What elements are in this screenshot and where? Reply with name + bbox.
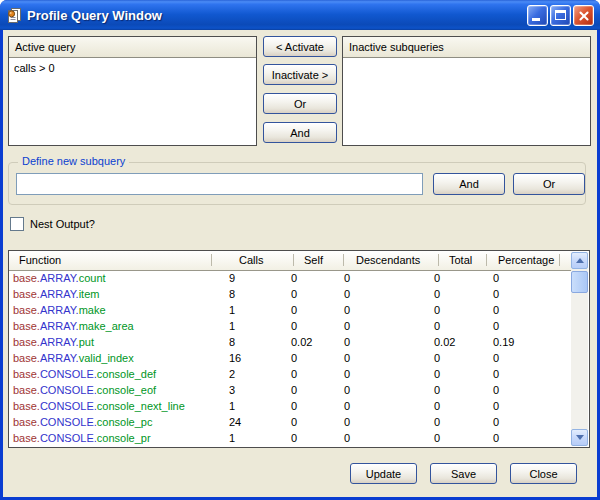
column-header-percentage[interactable]: Percentage bbox=[498, 254, 554, 266]
or-transfer-button[interactable]: Or bbox=[263, 93, 337, 114]
active-query-header: Active query bbox=[9, 37, 256, 58]
cell-percentage: 0 bbox=[493, 272, 499, 284]
cell-self: 0 bbox=[291, 320, 297, 332]
cell-descendants: 0 bbox=[344, 272, 350, 284]
column-header-calls[interactable]: Calls bbox=[239, 254, 263, 266]
cell-function: base.ARRAY.count bbox=[13, 272, 106, 284]
table-row[interactable]: base.ARRAY.count90000 bbox=[9, 271, 572, 287]
inactive-subqueries-list[interactable] bbox=[343, 59, 590, 145]
cell-function: base.ARRAY.put bbox=[13, 336, 94, 348]
close-button[interactable] bbox=[573, 5, 594, 26]
cell-function: base.ARRAY.valid_index bbox=[13, 352, 134, 364]
window-controls bbox=[527, 5, 594, 26]
cell-descendants: 0 bbox=[344, 416, 350, 428]
cell-total: 0.02 bbox=[434, 336, 455, 348]
cell-percentage: 0 bbox=[493, 352, 499, 364]
cell-calls: 8 bbox=[229, 288, 235, 300]
cell-total: 0 bbox=[434, 432, 440, 444]
cell-calls: 8 bbox=[229, 336, 235, 348]
save-button[interactable]: Save bbox=[430, 463, 497, 484]
inactivate-button[interactable]: Inactivate > bbox=[263, 64, 337, 85]
nest-output-checkbox[interactable] bbox=[10, 217, 24, 231]
cell-self: 0 bbox=[291, 400, 297, 412]
activate-button[interactable]: < Activate bbox=[263, 36, 337, 57]
table-row[interactable]: base.CONSOLE.console_pr10000 bbox=[9, 431, 572, 447]
cell-calls: 1 bbox=[229, 320, 235, 332]
cell-total: 0 bbox=[434, 384, 440, 396]
maximize-button[interactable] bbox=[550, 5, 571, 26]
column-divider bbox=[559, 254, 560, 266]
update-button[interactable]: Update bbox=[350, 463, 417, 484]
cell-self: 0 bbox=[291, 272, 297, 284]
column-header-total[interactable]: Total bbox=[449, 254, 472, 266]
cell-percentage: 0 bbox=[493, 320, 499, 332]
cell-self: 0 bbox=[291, 416, 297, 428]
scroll-down-button[interactable] bbox=[571, 429, 588, 446]
cell-descendants: 0 bbox=[344, 368, 350, 380]
cell-percentage: 0 bbox=[493, 400, 499, 412]
cell-total: 0 bbox=[434, 352, 440, 364]
table-row[interactable]: base.ARRAY.make_area10000 bbox=[9, 319, 572, 335]
document-with-orange-ball-icon[interactable] bbox=[6, 7, 22, 23]
arrow-up-icon bbox=[576, 258, 584, 263]
and-transfer-button[interactable]: And bbox=[263, 122, 337, 143]
or-button[interactable]: Or bbox=[513, 173, 585, 195]
table-row[interactable]: base.CONSOLE.console_eof30000 bbox=[9, 383, 572, 399]
column-header-function[interactable]: Function bbox=[19, 254, 61, 266]
close-dialog-button[interactable]: Close bbox=[510, 463, 577, 484]
cell-percentage: 0 bbox=[493, 432, 499, 444]
cell-total: 0 bbox=[434, 272, 440, 284]
column-header-descendants[interactable]: Descendants bbox=[356, 254, 420, 266]
cell-function: base.ARRAY.make bbox=[13, 304, 106, 316]
cell-calls: 16 bbox=[229, 352, 241, 364]
cell-descendants: 0 bbox=[344, 400, 350, 412]
cell-total: 0 bbox=[434, 304, 440, 316]
cell-self: 0.02 bbox=[291, 336, 312, 348]
vertical-scrollbar[interactable] bbox=[571, 252, 588, 446]
table-row[interactable]: base.ARRAY.valid_index160000 bbox=[9, 351, 572, 367]
column-header-self[interactable]: Self bbox=[304, 254, 323, 266]
profile-table: Function Calls Self Descendants Total Pe… bbox=[8, 250, 590, 448]
inactive-subqueries-panel: Inactive subqueries bbox=[342, 36, 591, 146]
cell-descendants: 0 bbox=[344, 336, 350, 348]
cell-calls: 1 bbox=[229, 432, 235, 444]
cell-total: 0 bbox=[434, 400, 440, 412]
cell-descendants: 0 bbox=[344, 352, 350, 364]
table-row[interactable]: base.CONSOLE.console_def20000 bbox=[9, 367, 572, 383]
window-title: Profile Query Window bbox=[27, 8, 162, 23]
cell-self: 0 bbox=[291, 352, 297, 364]
table-row[interactable]: base.ARRAY.make10000 bbox=[9, 303, 572, 319]
table-row[interactable]: base.CONSOLE.console_pc240000 bbox=[9, 415, 572, 431]
cell-function: base.CONSOLE.console_pc bbox=[13, 416, 152, 428]
cell-total: 0 bbox=[434, 288, 440, 300]
subquery-input[interactable] bbox=[16, 173, 423, 195]
inactive-subqueries-header: Inactive subqueries bbox=[343, 37, 590, 58]
cell-function: base.CONSOLE.console_pr bbox=[13, 432, 151, 444]
cell-descendants: 0 bbox=[344, 304, 350, 316]
cell-calls: 1 bbox=[229, 304, 235, 316]
active-query-list[interactable]: calls > 0 bbox=[9, 59, 256, 145]
minimize-button[interactable] bbox=[527, 5, 548, 26]
cell-self: 0 bbox=[291, 384, 297, 396]
cell-function: base.CONSOLE.console_def bbox=[13, 368, 156, 380]
titlebar[interactable]: Profile Query Window bbox=[0, 0, 600, 30]
cell-descendants: 0 bbox=[344, 384, 350, 396]
cell-percentage: 0 bbox=[493, 368, 499, 380]
table-row[interactable]: base.ARRAY.item80000 bbox=[9, 287, 572, 303]
scroll-up-button[interactable] bbox=[571, 252, 588, 269]
table-header: Function Calls Self Descendants Total Pe… bbox=[9, 251, 572, 271]
cell-calls: 9 bbox=[229, 272, 235, 284]
table-row[interactable]: base.CONSOLE.console_next_line10000 bbox=[9, 399, 572, 415]
column-divider bbox=[438, 254, 439, 266]
cell-function: base.CONSOLE.console_next_line bbox=[13, 400, 185, 412]
scrollbar-thumb[interactable] bbox=[571, 271, 588, 293]
cell-total: 0 bbox=[434, 368, 440, 380]
table-body: base.ARRAY.count90000base.ARRAY.item8000… bbox=[9, 271, 572, 447]
active-query-item[interactable]: calls > 0 bbox=[9, 59, 256, 77]
cell-self: 0 bbox=[291, 368, 297, 380]
and-button[interactable]: And bbox=[433, 173, 505, 195]
define-subquery-title: Define new subquery bbox=[18, 155, 129, 167]
table-row[interactable]: base.ARRAY.put80.0200.020.19 bbox=[9, 335, 572, 351]
cell-function: base.CONSOLE.console_eof bbox=[13, 384, 156, 396]
cell-total: 0 bbox=[434, 416, 440, 428]
